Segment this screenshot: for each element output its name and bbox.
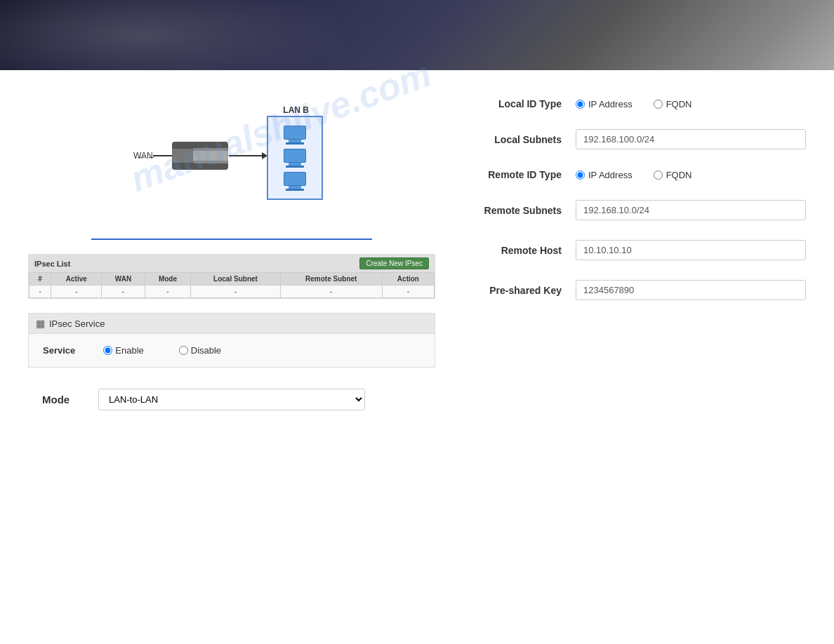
lan-b-label: LAN B	[283, 105, 309, 115]
col-header-wan: WAN	[102, 273, 145, 286]
router-icon	[172, 142, 228, 170]
remote-fqdn-radio[interactable]	[654, 170, 663, 180]
remote-host-row: Remote Host	[463, 240, 806, 260]
remote-subnets-row: Remote Subnets	[463, 200, 806, 220]
local-id-type-label: Local ID Type	[463, 98, 562, 109]
ipsec-table: # Active WAN Mode Local Subnet Remote Su…	[29, 272, 435, 298]
remote-host-label: Remote Host	[463, 245, 562, 256]
local-subnets-row: Local Subnets	[463, 129, 806, 149]
remote-subnets-label: Remote Subnets	[463, 205, 562, 216]
local-fqdn-label: FQDN	[666, 99, 692, 109]
ipsec-list-container: IPsec List Create New IPsec # Active WAN…	[28, 254, 435, 299]
mode-label: Mode	[42, 394, 84, 405]
local-fqdn-radio[interactable]	[654, 100, 663, 109]
pre-shared-key-input[interactable]	[576, 280, 806, 300]
wan-dashes: -- --	[139, 152, 155, 161]
enable-radio[interactable]	[103, 346, 112, 355]
ipsec-service-title: IPsec Service	[49, 318, 105, 329]
col-header-action: Action	[382, 273, 434, 286]
local-subnets-input[interactable]	[576, 129, 806, 149]
remote-id-type-row: Remote ID Type IP Address FQDN	[463, 169, 806, 180]
separator-line	[91, 239, 372, 240]
local-id-type-row: Local ID Type IP Address FQDN	[463, 98, 806, 109]
right-panel: Local ID Type IP Address FQDN Local Subn…	[463, 91, 806, 623]
remote-id-type-label: Remote ID Type	[463, 169, 562, 180]
col-header-mode: Mode	[145, 273, 191, 286]
local-ip-address-label: IP Address	[588, 99, 633, 109]
remote-ip-address-radio-option[interactable]: IP Address	[576, 170, 633, 180]
local-fqdn-radio-option[interactable]: FQDN	[654, 99, 692, 109]
col-header-remote-subnet: Remote Subnet	[280, 273, 382, 286]
col-header-local-subnet: Local Subnet	[191, 273, 280, 286]
wan-line	[153, 155, 173, 156]
enable-radio-option[interactable]: Enable	[103, 345, 143, 356]
local-subnets-label: Local Subnets	[463, 134, 562, 145]
header-banner	[0, 0, 834, 70]
pre-shared-key-label: Pre-shared Key	[463, 285, 562, 296]
disable-radio[interactable]	[179, 346, 188, 355]
remote-fqdn-radio-option[interactable]: FQDN	[654, 170, 692, 180]
ipsec-list-title: IPsec List	[34, 260, 70, 268]
mode-select[interactable]: LAN-to-LAN Host-to-LAN Host-to-Host	[98, 389, 365, 410]
col-header-active: Active	[51, 273, 102, 286]
remote-ip-address-label: IP Address	[588, 170, 633, 180]
pre-shared-key-row: Pre-shared Key	[463, 280, 806, 300]
grid-icon: ▦	[36, 318, 45, 329]
remote-ip-radio[interactable]	[576, 170, 585, 180]
disable-label: Disable	[191, 345, 221, 356]
col-header-num: #	[29, 273, 51, 286]
local-ip-address-radio-option[interactable]: IP Address	[576, 99, 633, 109]
create-new-ipsec-button[interactable]: Create New IPsec	[359, 257, 429, 269]
remote-host-input[interactable]	[576, 240, 806, 260]
table-row: - - - - - - -	[29, 286, 435, 298]
enable-label: Enable	[115, 345, 143, 356]
network-diagram: LAN B WAN -- --	[28, 91, 435, 224]
left-panel: LAN B WAN -- --	[28, 91, 435, 623]
mode-section: Mode LAN-to-LAN Host-to-LAN Host-to-Host	[28, 382, 435, 417]
remote-fqdn-label: FQDN	[666, 170, 692, 180]
disable-radio-option[interactable]: Disable	[179, 345, 221, 356]
lan-box	[267, 116, 323, 200]
remote-subnets-input[interactable]	[576, 200, 806, 220]
local-ip-radio[interactable]	[576, 100, 585, 109]
service-label: Service	[43, 345, 75, 356]
connection-arrow	[229, 155, 264, 156]
ipsec-service-section: ▦ IPsec Service Service Enable Disable	[28, 313, 435, 368]
